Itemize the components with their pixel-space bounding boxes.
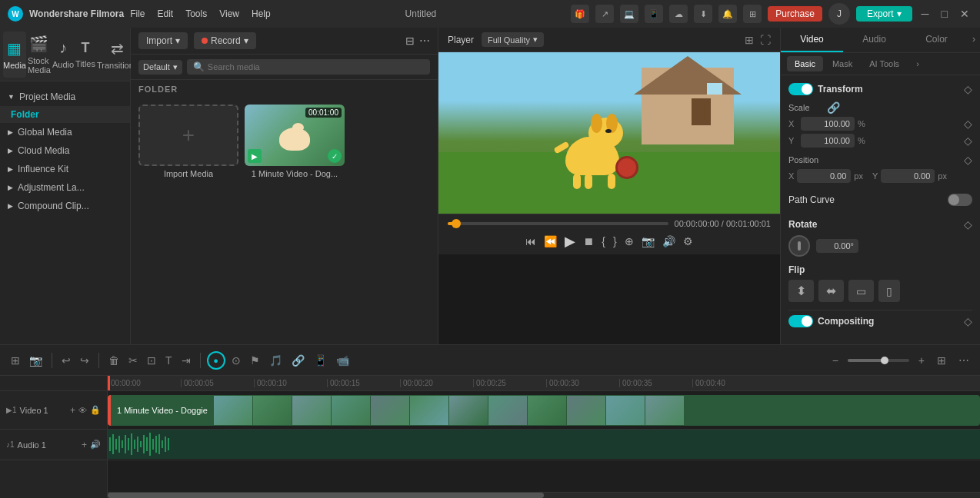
tl-layout-btn[interactable]: ⊞ [934,353,949,368]
timeline-scrollbar-thumb[interactable] [108,493,544,498]
flip-horizontal-button[interactable]: ⬌ [818,280,844,302]
timeline-scrollbar[interactable] [108,492,980,498]
quality-select[interactable]: Full Quality ▾ [482,32,544,47]
subtab-more[interactable]: › [908,56,927,71]
mark-in-button[interactable]: { [602,235,605,247]
player-grid-icon[interactable]: ⊞ [745,34,754,46]
compositing-keyframe-icon[interactable]: ◇ [964,315,972,327]
screenshot-button[interactable]: 📷 [642,235,655,247]
right-tab-more[interactable]: › [968,28,980,52]
scale-y-input[interactable] [801,134,855,148]
tl-audio-btn[interactable]: 🎵 [266,353,285,368]
audio-add-btn[interactable]: + [82,440,87,450]
tl-undo-btn[interactable]: ↩ [58,353,74,368]
cloud-icon[interactable]: ☁ [669,5,688,23]
toolbar-item-audio[interactable]: ♪ Audio [52,32,74,78]
minimize-button[interactable]: ─ [918,8,932,20]
subtab-basic[interactable]: Basic [787,56,823,71]
filter-icon[interactable]: ⊟ [405,35,415,47]
scale-x-keyframe-icon[interactable]: ◇ [964,118,972,130]
pos-x-input[interactable] [797,169,851,183]
grid-icon[interactable]: ⊞ [743,5,762,23]
toolbar-item-titles[interactable]: T Titles [75,32,95,78]
video-clip[interactable]: 1 Minute Video - Doggie [108,395,980,426]
path-curve-toggle[interactable] [948,194,972,206]
sidebar-item-cloud-media[interactable]: ▶ Cloud Media [0,141,130,160]
sidebar-item-global-media[interactable]: ▶ Global Media [0,123,130,141]
stop-button[interactable]: ⏹ [583,235,594,247]
maximize-button[interactable]: □ [938,8,951,20]
import-button[interactable]: Import ▾ [138,32,188,49]
menu-file[interactable]: File [130,8,145,19]
audio-clip[interactable] [108,430,980,459]
tl-expand-btn[interactable]: ⇥ [178,353,194,368]
tl-redo-btn[interactable]: ↪ [77,353,92,368]
transform-toggle[interactable] [788,83,813,95]
zoom-track[interactable] [848,359,909,362]
menu-edit[interactable]: Edit [157,8,173,19]
menu-view[interactable]: View [219,8,239,19]
track-lock-btn[interactable]: 🔒 [90,405,101,415]
export-button[interactable]: Export ▾ [856,6,912,22]
zoom-thumb[interactable] [881,357,888,364]
menu-help[interactable]: Help [252,8,271,19]
tl-device-btn[interactable]: 📱 [311,353,330,368]
more-icon[interactable]: ⋯ [419,35,430,47]
tab-video[interactable]: Video [781,28,843,52]
tl-zoom-in-btn[interactable]: + [915,353,928,368]
player-fullscreen-icon[interactable]: ⛶ [760,34,771,46]
lock-icon[interactable]: 🔗 [827,101,840,114]
toolbar-item-media[interactable]: ▦ Media [3,32,26,78]
tl-more-btn[interactable]: ⋯ [955,353,972,368]
toolbar-item-stock[interactable]: 🎬 Stock Media [28,32,51,78]
tl-add-track-btn[interactable]: ⊞ [8,353,23,368]
gift-icon[interactable]: 🎁 [571,5,589,23]
rotate-knob[interactable] [788,235,810,257]
tl-zoom-out-btn[interactable]: − [829,353,842,368]
import-media-thumb[interactable]: + [138,105,238,166]
tl-text-btn[interactable]: T [162,353,175,368]
skip-back-button[interactable]: ⏮ [525,235,536,247]
sidebar-folder-label[interactable]: Folder [0,106,130,123]
tl-magnet-btn[interactable]: ⊙ [228,353,244,368]
tab-color[interactable]: Color [905,28,968,52]
computer-icon[interactable]: 💻 [620,5,638,23]
mark-out-button[interactable]: } [613,235,617,247]
subtab-ai-tools[interactable]: AI Tools [862,56,907,71]
default-select[interactable]: Default ▾ [138,60,182,75]
record-button[interactable]: Record ▾ [194,32,256,49]
tl-split-btn[interactable]: ✂ [125,353,141,368]
menu-tools[interactable]: Tools [185,8,207,19]
phone-icon[interactable]: 📱 [645,5,663,23]
track-mute-btn[interactable]: 👁 [78,406,87,415]
position-keyframe-icon[interactable]: ◇ [964,154,972,166]
frame-back-button[interactable]: ⏪ [544,235,557,247]
track-add-btn[interactable]: + [70,405,75,416]
tl-snapshot-btn[interactable]: 📷 [26,353,45,368]
tl-delete-btn[interactable]: 🗑 [105,353,122,368]
share-icon[interactable]: ↗ [595,5,614,23]
tl-camera-btn[interactable]: 📹 [333,353,352,368]
add-to-timeline-button[interactable]: ⊕ [625,235,634,247]
video-thumb[interactable]: 00:01:00 ▶ ✓ [245,105,345,166]
rotate-input[interactable] [816,239,858,253]
tl-mark-btn[interactable]: ⚑ [247,353,263,368]
flip-rect-v-button[interactable]: ▯ [878,280,900,302]
purchase-button[interactable]: Purchase [768,6,822,22]
tl-snap-btn[interactable]: ● [207,351,225,370]
pos-y-input[interactable] [881,169,935,183]
transform-keyframe-icon[interactable]: ◇ [964,83,972,95]
download-icon[interactable]: ⬇ [694,5,712,23]
sidebar-item-compound[interactable]: ▶ Compound Clip... [0,197,130,215]
search-input[interactable] [208,62,424,71]
user-avatar[interactable]: J [828,3,850,25]
compositing-toggle[interactable] [788,315,813,327]
sidebar-item-influence-kit[interactable]: ▶ Influence Kit [0,160,130,178]
subtab-mask[interactable]: Mask [825,56,860,71]
rotate-keyframe-icon[interactable]: ◇ [964,218,972,231]
volume-button[interactable]: 🔊 [662,235,675,247]
player-progress-thumb[interactable] [452,219,461,228]
scale-y-keyframe-icon[interactable]: ◇ [964,134,972,147]
settings-button[interactable]: ⚙ [683,235,693,247]
play-button[interactable]: ▶ [565,233,575,250]
